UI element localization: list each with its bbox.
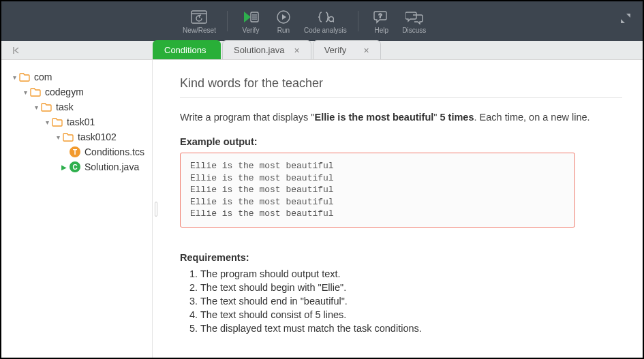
task-title: Kind words for the teacher xyxy=(180,76,622,98)
chevron-down-icon: ▾ xyxy=(33,104,40,111)
code-analysis-button[interactable]: Code analysis xyxy=(300,9,351,34)
folder-icon xyxy=(52,117,63,127)
run-icon xyxy=(276,9,291,25)
task-file-icon: T xyxy=(70,146,80,157)
svg-point-9 xyxy=(329,16,334,21)
svg-marker-2 xyxy=(244,12,251,22)
chevron-down-icon: ▾ xyxy=(22,89,29,96)
toolbar-label: Run xyxy=(277,27,290,34)
tree-label: task xyxy=(56,102,74,112)
tree-folder-task[interactable]: ▾ task xyxy=(1,99,152,114)
chevron-down-icon: ▾ xyxy=(11,74,18,81)
tree-file-conditions[interactable]: T Conditions.tcs xyxy=(1,144,152,159)
requirement-item: The text should consist of 5 lines. xyxy=(200,308,622,322)
task-content: Kind words for the teacher Write a progr… xyxy=(159,60,643,358)
toolbar-label: New/Reset xyxy=(183,27,216,34)
svg-marker-8 xyxy=(282,14,286,20)
tree-folder-task0102[interactable]: ▾ task0102 xyxy=(1,129,152,144)
tree-label: Conditions.tcs xyxy=(85,146,144,157)
example-output-box: Ellie is the most beautiful Ellie is the… xyxy=(180,153,575,228)
desc-bold: Ellie is the most beautiful xyxy=(315,112,434,123)
tab-solution[interactable]: Solution.java × xyxy=(222,40,311,59)
help-button[interactable]: ? Help xyxy=(365,9,398,34)
fullscreen-icon[interactable] xyxy=(621,14,630,26)
runnable-icon: ▶ xyxy=(61,163,67,171)
svg-text:?: ? xyxy=(378,12,382,19)
folder-icon xyxy=(30,87,41,97)
close-icon[interactable]: × xyxy=(284,45,299,56)
discuss-icon xyxy=(405,9,423,25)
class-file-icon: C xyxy=(70,161,80,172)
tree-label: task0102 xyxy=(78,131,117,142)
tab-label: Verify xyxy=(324,45,347,55)
verify-icon xyxy=(243,9,259,25)
requirement-item: The program should output text. xyxy=(200,267,622,281)
verify-button[interactable]: Verify xyxy=(234,9,267,34)
requirements-list: The program should output text. The text… xyxy=(180,267,622,335)
tab-verify[interactable]: Verify × xyxy=(313,40,381,59)
splitter-handle[interactable] xyxy=(155,202,157,217)
tree-label: com xyxy=(34,72,52,82)
splitter[interactable] xyxy=(153,60,159,358)
toolbar-label: Verify xyxy=(242,27,259,34)
tab-label: Conditions xyxy=(164,45,206,55)
project-tree: ▾ com ▾ codegym ▾ task ▾ task01 ▾ task01… xyxy=(1,60,153,358)
tree-folder-codegym[interactable]: ▾ codegym xyxy=(1,84,152,99)
folder-icon xyxy=(19,72,30,82)
chevron-down-icon: ▾ xyxy=(44,119,50,126)
svg-line-10 xyxy=(333,20,335,22)
toolbar-label: Help xyxy=(374,27,388,34)
toolbar-label: Code analysis xyxy=(304,27,347,34)
desc-text: Write a program that displays " xyxy=(180,112,315,123)
chevron-down-icon: ▾ xyxy=(55,134,61,141)
desc-bold: 5 times xyxy=(440,112,474,123)
requirement-item: The text should end in "beautiful". xyxy=(200,294,622,308)
tree-label: task01 xyxy=(67,116,95,127)
discuss-button[interactable]: Discuss xyxy=(398,9,431,34)
close-icon[interactable]: × xyxy=(354,45,369,56)
tab-conditions[interactable]: Conditions xyxy=(153,40,221,59)
toolbar-separator xyxy=(227,11,228,31)
tab-label: Solution.java xyxy=(234,45,284,55)
code-analysis-icon xyxy=(316,9,334,25)
folder-icon xyxy=(63,132,74,142)
svg-marker-12 xyxy=(626,14,630,18)
tabs-area: Conditions Solution.java × Verify × xyxy=(153,41,382,59)
browser-reset-icon xyxy=(191,9,207,25)
toolbar-label: Discuss xyxy=(402,27,426,34)
body-split: ▾ com ▾ codegym ▾ task ▾ task01 ▾ task01… xyxy=(1,60,643,358)
folder-icon xyxy=(41,102,52,112)
tree-folder-task01[interactable]: ▾ task01 xyxy=(1,114,152,129)
example-heading: Example output: xyxy=(180,136,622,147)
tree-folder-com[interactable]: ▾ com xyxy=(1,69,152,84)
desc-text: . Each time, on a new line. xyxy=(474,112,590,123)
tree-file-solution[interactable]: ▶ C Solution.java xyxy=(1,159,152,174)
new-reset-button[interactable]: New/Reset xyxy=(179,9,220,34)
desc-text: " xyxy=(433,112,440,123)
toolbar-separator xyxy=(358,11,358,31)
requirements-heading: Requirements: xyxy=(180,252,622,263)
run-button[interactable]: Run xyxy=(267,9,300,34)
requirement-item: The text should begin with "Ellie". xyxy=(200,281,622,294)
tab-strip: Conditions Solution.java × Verify × xyxy=(1,41,643,60)
help-icon: ? xyxy=(373,9,390,25)
top-toolbar: New/Reset Verify Run Code analysis ? Hel… xyxy=(1,1,643,41)
task-description: Write a program that displays "Ellie is … xyxy=(180,112,622,123)
collapse-sidebar-icon[interactable] xyxy=(10,41,23,59)
svg-marker-13 xyxy=(621,19,625,23)
requirement-item: The displayed text must match the task c… xyxy=(200,322,622,335)
tree-label: Solution.java xyxy=(85,161,139,172)
tree-label: codegym xyxy=(45,87,84,97)
